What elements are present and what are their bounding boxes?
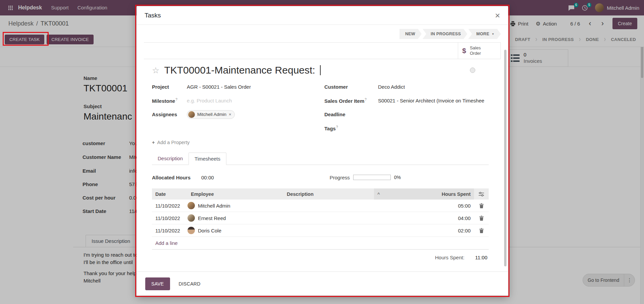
employee-avatar [187,227,195,234]
progress-bar [353,175,391,180]
sales-order-item-label: Sales Order Item? [324,98,378,104]
employee-avatar [187,214,195,222]
cell-employee[interactable]: Mitchell Admin [187,202,283,209]
cell-employee[interactable]: Doris Cole [187,227,283,234]
column-header-description[interactable]: Description [283,191,374,197]
employee-avatar [187,202,195,209]
sliders-icon [479,192,484,197]
cell-date[interactable]: 11/10/2022 [152,228,187,233]
tasks-modal: Tasks × NEW IN PROGRESS MORE ▼ $ Sales O… [137,6,508,296]
assignees-field: Assignees Mitchell Admin × [152,107,318,121]
delete-row-button[interactable] [474,228,489,233]
text-cursor-caret [320,65,321,75]
tab-timesheets[interactable]: Timesheets [189,153,226,165]
project-value[interactable]: AGR - S00021 - Sales Order [187,84,251,90]
column-header-hours-spent[interactable]: ^ Hours Spent [374,188,474,200]
cell-date[interactable]: 11/10/2022 [152,215,187,221]
cell-hours-spent[interactable]: 05:00 [374,203,474,209]
modal-header: Tasks × [137,6,508,25]
delete-row-button[interactable] [474,203,489,208]
deadline-field: Deadline [324,107,489,121]
sales-order-label: Sales Order [470,45,481,56]
save-button[interactable]: SAVE [145,277,170,290]
tab-description[interactable]: Description [152,153,189,165]
help-icon: ? [365,98,367,101]
milestone-field: Milestone? e.g. Product Launch [152,94,318,107]
stage-new[interactable]: NEW [399,29,422,39]
timesheet-row[interactable]: 11/10/2022 Doris Cole 02:00 [152,224,489,237]
cell-date[interactable]: 11/10/2022 [152,203,187,209]
add-property-button[interactable]: + Add a Property [152,140,489,145]
close-icon[interactable]: × [495,11,500,20]
stage-more-dropdown[interactable]: MORE ▼ [468,29,501,39]
cell-hours-spent[interactable]: 02:00 [374,228,474,233]
favorite-star-icon[interactable]: ☆ [152,66,159,75]
milestone-label: Milestone? [152,98,187,104]
help-icon: ? [336,125,338,129]
deadline-label: Deadline [324,112,378,117]
dollar-icon: $ [462,47,466,55]
discard-button[interactable]: DISCARD [179,281,201,287]
modal-scrollbar-thumb[interactable] [504,50,506,266]
modal-title: Tasks [145,12,161,19]
milestone-input[interactable]: e.g. Product Launch [187,98,232,103]
button-box: $ Sales Order [144,42,501,59]
delete-row-button[interactable] [474,216,489,221]
kanban-state-icon[interactable] [470,68,475,73]
column-header-employee[interactable]: Employee [187,191,283,197]
progress-value: 0% [394,175,401,180]
task-statusbar: NEW IN PROGRESS MORE ▼ [144,29,501,39]
chevron-down-icon: ▼ [492,33,494,36]
timesheet-row[interactable]: 11/10/2022 Mitchell Admin 05:00 [152,200,489,212]
allocated-hours-value[interactable]: 00:00 [201,175,214,180]
fields-right-column: Customer Deco Addict Sales Order Item? S… [324,80,489,135]
total-label: Hours Spent: [435,255,465,260]
stage-more-label: MORE [476,32,489,36]
trash-icon [479,203,484,208]
trash-icon [479,228,484,233]
tags-field: Tags? [324,121,489,135]
notebook-tabs: Description Timesheets [152,153,489,165]
progress-label: Progress [330,175,350,180]
sort-asc-icon: ^ [377,191,380,197]
sales-order-smart-button[interactable]: $ Sales Order [458,43,501,59]
timesheet-table: Date Employee Description ^ Hours Spent … [152,188,489,260]
sales-order-item-field: Sales Order Item? S00021 - Senior Archit… [324,94,489,107]
trash-icon [479,216,484,221]
optional-columns-button[interactable] [474,188,489,200]
hours-spent-label: Hours Spent [442,191,471,197]
add-line-row: Add a line [152,237,489,250]
timesheet-header-row: Date Employee Description ^ Hours Spent [152,188,489,200]
timesheet-row[interactable]: 11/10/2022 Ernest Reed 04:00 [152,212,489,224]
modal-footer: SAVE DISCARD [137,271,508,296]
hours-spent-total: Hours Spent: 11:00 [152,255,489,260]
allocated-hours-row: Allocated Hours 00:00 Progress 0% [152,172,489,182]
project-field: Project AGR - S00021 - Sales Order [152,80,318,94]
sales-order-item-value[interactable]: S00021 - Senior Architect (Invoice on Ti… [378,98,484,103]
modal-body: NEW IN PROGRESS MORE ▼ $ Sales Order [137,25,508,271]
cell-employee[interactable]: Ernest Reed [187,214,283,222]
fields-left-column: Project AGR - S00021 - Sales Order Miles… [152,80,318,121]
plus-icon: + [152,140,155,145]
allocated-hours-label: Allocated Hours [152,175,191,180]
assignees-label: Assignees [152,112,187,117]
assignee-tag[interactable]: Mitchell Admin × [187,110,235,119]
tags-label: Tags? [324,125,378,131]
help-icon: ? [175,98,177,101]
progress-field: Progress 0% [330,175,401,180]
customer-field: Customer Deco Addict [324,80,489,94]
column-header-date[interactable]: Date [152,191,187,197]
stage-in-progress[interactable]: IN PROGRESS [423,29,467,39]
total-value: 11:00 [475,255,487,260]
assignee-name: Mitchell Admin [197,112,226,117]
add-property-label: Add a Property [157,140,190,145]
add-a-line-button[interactable]: Add a line [152,240,489,246]
cell-hours-spent[interactable]: 04:00 [374,215,474,221]
task-title-input[interactable]: TKT00001-Maintenance Request: [164,64,315,76]
remove-tag-icon[interactable]: × [229,112,231,117]
project-label: Project [152,84,187,90]
customer-label: Customer [324,84,378,90]
assignee-avatar [188,111,195,118]
customer-value[interactable]: Deco Addict [378,84,405,90]
task-sheet: ☆ TKT00001-Maintenance Request: Project … [144,64,501,260]
